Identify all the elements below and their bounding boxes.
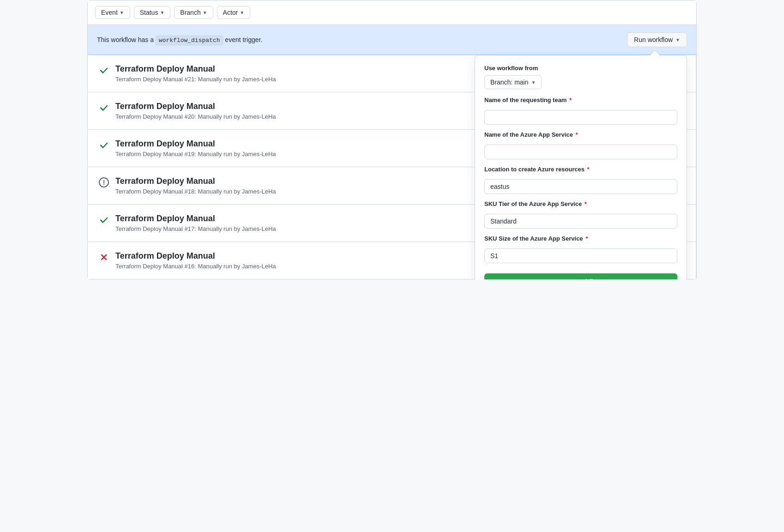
success-icon bbox=[99, 103, 109, 113]
sku-size-required-marker: * bbox=[584, 235, 588, 242]
run-workflow-submit-label: Run workflow bbox=[560, 278, 602, 279]
workflow-info: Terraform Deploy Manual Terraform Deploy… bbox=[115, 251, 276, 270]
workflow-meta: Terraform Deploy Manual #17: Manually ru… bbox=[115, 225, 276, 232]
workflow-title: Terraform Deploy Manual bbox=[115, 214, 276, 224]
status-filter-button[interactable]: Status ▼ bbox=[134, 6, 171, 19]
run-workflow-button[interactable]: Run workflow ▼ bbox=[627, 32, 687, 47]
event-filter-label: Event bbox=[101, 9, 118, 16]
success-icon bbox=[99, 140, 109, 150]
branch-select-button[interactable]: Branch: main ▼ bbox=[484, 75, 542, 89]
branch-filter-button[interactable]: Branch ▼ bbox=[174, 6, 213, 19]
workflow-title: Terraform Deploy Manual bbox=[115, 139, 276, 149]
dispatch-text-before: This workflow has a bbox=[97, 36, 156, 43]
filter-bar: Event ▼ Status ▼ Branch ▼ Actor ▼ bbox=[88, 0, 696, 25]
team-name-input[interactable] bbox=[484, 110, 677, 125]
sku-tier-label: SKU Tier of the Azure App Service * bbox=[484, 200, 677, 207]
event-chevron-icon: ▼ bbox=[120, 10, 124, 15]
app-service-name-required-marker: * bbox=[574, 131, 578, 138]
run-workflow-button-label: Run workflow bbox=[634, 36, 673, 43]
team-name-label: Name of the requesting team * bbox=[484, 97, 677, 103]
actor-filter-label: Actor bbox=[223, 9, 238, 16]
branch-select-chevron-icon: ▼ bbox=[531, 80, 536, 85]
location-input[interactable] bbox=[484, 179, 677, 194]
workflow-info: Terraform Deploy Manual Terraform Deploy… bbox=[115, 64, 276, 83]
branch-chevron-icon: ▼ bbox=[203, 10, 207, 15]
location-section: Location to create Azure resources * bbox=[484, 166, 677, 194]
page-wrapper: Event ▼ Status ▼ Branch ▼ Actor ▼ This w… bbox=[87, 0, 697, 279]
workflow-meta: Terraform Deploy Manual #21: Manually ru… bbox=[115, 76, 276, 83]
event-filter-button[interactable]: Event ▼ bbox=[95, 6, 130, 19]
workflow-meta: Terraform Deploy Manual #18: Manually ru… bbox=[115, 188, 276, 195]
workflow-info: Terraform Deploy Manual Terraform Deploy… bbox=[115, 139, 276, 157]
workflow-title: Terraform Deploy Manual bbox=[115, 251, 276, 261]
team-name-section: Name of the requesting team * bbox=[484, 97, 677, 125]
workflow-meta: Terraform Deploy Manual #16: Manually ru… bbox=[115, 263, 276, 270]
use-workflow-from-label: Use workflow from bbox=[484, 65, 677, 72]
dispatch-banner: This workflow has a workflow_dispatch ev… bbox=[88, 25, 696, 55]
workflow-title: Terraform Deploy Manual bbox=[115, 176, 276, 186]
location-label: Location to create Azure resources * bbox=[484, 166, 677, 173]
run-workflow-submit-button[interactable]: Run workflow bbox=[484, 273, 677, 279]
dispatch-text: This workflow has a workflow_dispatch ev… bbox=[97, 36, 262, 44]
status-filter-label: Status bbox=[140, 9, 158, 16]
status-chevron-icon: ▼ bbox=[160, 10, 164, 15]
workflow-info: Terraform Deploy Manual Terraform Deploy… bbox=[115, 214, 276, 232]
dispatch-text-after: event trigger. bbox=[223, 36, 262, 43]
run-workflow-panel: Use workflow from Branch: main ▼ Name of… bbox=[475, 55, 687, 279]
team-name-required-marker: * bbox=[567, 97, 572, 103]
success-icon bbox=[99, 215, 109, 225]
skipped-icon: ! bbox=[99, 177, 109, 187]
branch-select-label: Branch: main bbox=[490, 79, 528, 86]
workflow-info: Terraform Deploy Manual Terraform Deploy… bbox=[115, 176, 276, 195]
actor-filter-button[interactable]: Actor ▼ bbox=[217, 6, 251, 19]
dispatch-code: workflow_dispatch bbox=[156, 36, 223, 45]
workflow-info: Terraform Deploy Manual Terraform Deploy… bbox=[115, 102, 276, 120]
content-area: Terraform Deploy Manual Terraform Deploy… bbox=[88, 55, 696, 279]
workflow-meta: Terraform Deploy Manual #19: Manually ru… bbox=[115, 151, 276, 157]
success-icon bbox=[99, 65, 109, 75]
app-service-name-section: Name of the Azure App Service * bbox=[484, 131, 677, 159]
workflow-title: Terraform Deploy Manual bbox=[115, 102, 276, 111]
sku-size-label: SKU Size of the Azure App Service * bbox=[484, 235, 677, 242]
run-workflow-chevron-icon: ▼ bbox=[675, 37, 680, 42]
actor-chevron-icon: ▼ bbox=[240, 10, 244, 15]
failure-icon bbox=[99, 252, 109, 262]
location-required-marker: * bbox=[585, 166, 590, 173]
workflow-title: Terraform Deploy Manual bbox=[115, 64, 276, 74]
sku-size-section: SKU Size of the Azure App Service * bbox=[484, 235, 677, 263]
use-workflow-from-section: Use workflow from Branch: main ▼ bbox=[484, 65, 677, 89]
branch-filter-label: Branch bbox=[180, 9, 200, 16]
sku-tier-required-marker: * bbox=[583, 200, 587, 207]
sku-size-input[interactable] bbox=[484, 248, 677, 263]
app-service-name-input[interactable] bbox=[484, 145, 677, 159]
workflow-meta: Terraform Deploy Manual #20: Manually ru… bbox=[115, 113, 276, 120]
sku-tier-input[interactable] bbox=[484, 214, 677, 229]
app-service-name-label: Name of the Azure App Service * bbox=[484, 131, 677, 138]
sku-tier-section: SKU Tier of the Azure App Service * bbox=[484, 200, 677, 229]
